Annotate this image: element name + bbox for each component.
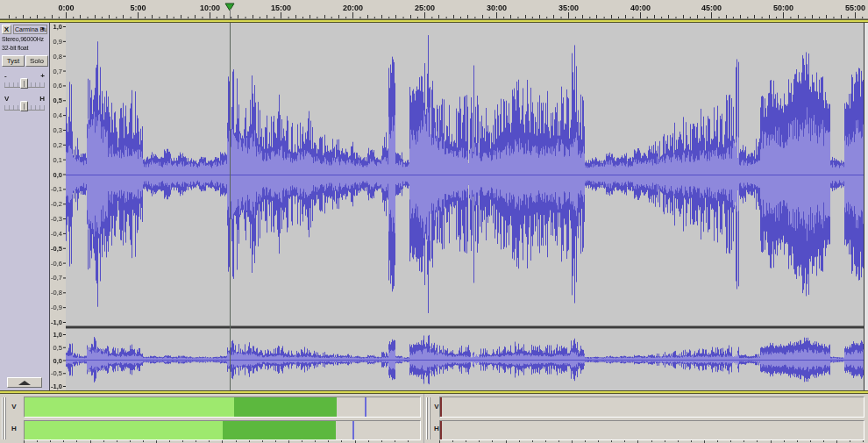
track-right-edge xyxy=(864,23,868,390)
audacity-window: X Carmina Bu ▼ Stereo,96000Hz 32-bit flo… xyxy=(0,0,868,443)
meter-origin-line xyxy=(440,397,442,417)
meter-hold-line xyxy=(352,421,354,439)
toolbar-gripper-icon[interactable] xyxy=(426,397,431,439)
input-meter: V H xyxy=(423,394,868,443)
collapse-button[interactable] xyxy=(7,377,42,388)
input-meter-well-h[interactable] xyxy=(439,420,864,440)
mute-button[interactable]: Tyst xyxy=(2,55,25,67)
toolbar-gripper-icon[interactable] xyxy=(2,397,7,439)
waveform-area xyxy=(66,23,864,390)
output-meter-well-h[interactable] xyxy=(24,420,421,440)
meter-toolbar: V H V H xyxy=(0,394,868,443)
output-meter-well-v[interactable] xyxy=(24,397,421,418)
track-control-panel: X Carmina Bu ▼ Stereo,96000Hz 32-bit flo… xyxy=(0,23,50,390)
edit-cursor-line xyxy=(230,23,231,390)
vertical-ruler[interactable] xyxy=(50,23,66,390)
input-meter-well-v[interactable] xyxy=(439,397,864,418)
pan-right-label: H xyxy=(39,95,45,103)
timeline-ruler[interactable] xyxy=(0,0,868,19)
gain-slider-thumb[interactable] xyxy=(20,78,28,89)
output-meter: V H xyxy=(0,394,423,443)
track-bitdepth-label: 32-bit float xyxy=(2,45,48,51)
meter-origin-line xyxy=(440,421,442,439)
waveform-channel-right[interactable] xyxy=(66,329,864,390)
track-row: X Carmina Bu ▼ Stereo,96000Hz 32-bit flo… xyxy=(0,23,868,390)
collapse-triangle-icon xyxy=(18,381,31,385)
track-close-button[interactable]: X xyxy=(2,25,11,34)
output-meter-left-label: V xyxy=(10,403,18,411)
meter-hold-line xyxy=(365,397,366,417)
meter-peak-bar xyxy=(223,421,336,439)
track-format-label: Stereo,96000Hz xyxy=(2,36,48,42)
meter-rms-bar xyxy=(25,397,234,417)
playhead-stem xyxy=(230,9,231,19)
solo-button[interactable]: Solo xyxy=(25,55,48,67)
pan-slider-thumb[interactable] xyxy=(20,101,28,111)
meter-peak-bar xyxy=(234,397,337,417)
meter-rms-bar xyxy=(25,421,223,439)
waveform-channel-left[interactable] xyxy=(66,23,864,325)
output-meter-right-label: H xyxy=(10,425,18,432)
gain-min-label: - xyxy=(4,72,7,80)
pan-left-label: V xyxy=(4,95,9,103)
dropdown-arrow-icon: ▼ xyxy=(40,25,46,33)
track-title-dropdown[interactable]: Carmina Bu ▼ xyxy=(13,25,47,34)
gain-max-label: + xyxy=(40,72,45,80)
